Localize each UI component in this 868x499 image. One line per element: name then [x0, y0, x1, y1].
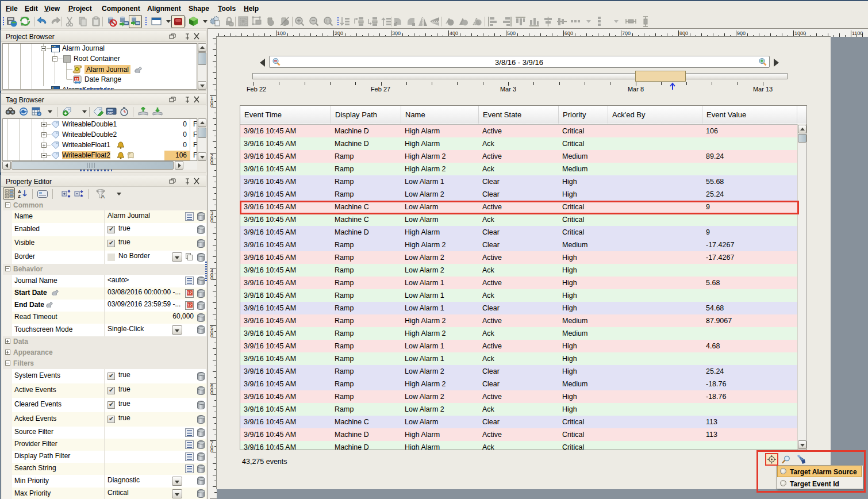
svg-text:OPC: OPC: [107, 112, 114, 115]
svg-text:A: A: [101, 194, 105, 199]
svg-text:12: 12: [75, 78, 79, 81]
svg-text:1:1: 1:1: [325, 19, 331, 23]
svg-text:Z: Z: [18, 194, 21, 198]
